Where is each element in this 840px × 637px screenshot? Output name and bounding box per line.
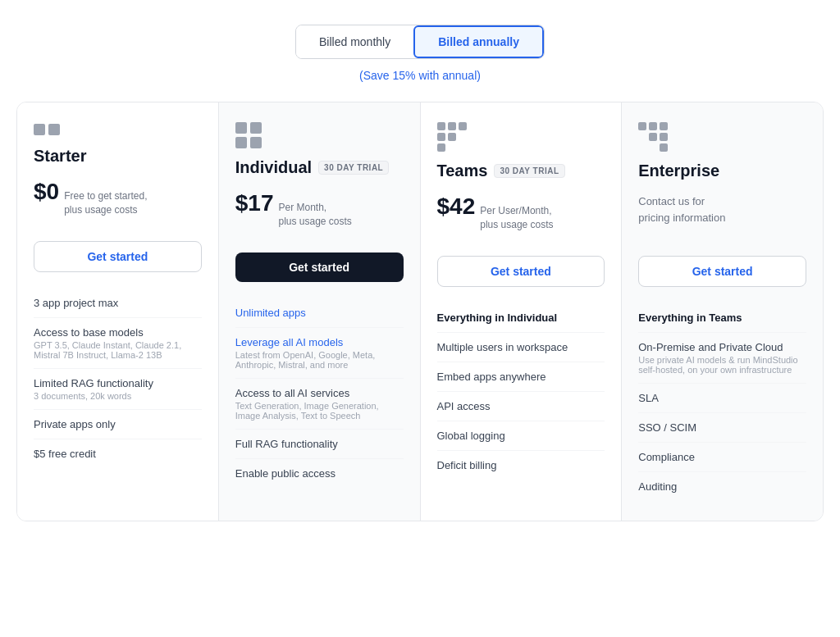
starter-get-started-button[interactable]: Get started	[34, 241, 202, 272]
starter-feature-2-sub: 3 documents, 20k words	[34, 391, 202, 401]
starter-icon	[34, 122, 63, 137]
enterprise-feature-3: SSO / SCIM	[638, 413, 806, 443]
teams-feature-5: Deficit billing	[437, 451, 605, 480]
teams-name-row: Teams30 DAY TRIAL	[437, 162, 605, 180]
starter-features-list: 3 app project maxAccess to base modelsGP…	[34, 289, 202, 468]
starter-price-desc: Free to get started,plus usage costs	[64, 189, 147, 217]
plan-card-teams: Teams30 DAY TRIAL$42Per User/Month,plus …	[421, 102, 623, 521]
starter-price-amount: $0	[34, 179, 59, 205]
teams-features-list: Everything in IndividualMultiple users i…	[437, 303, 605, 480]
enterprise-plan-name: Enterprise	[638, 162, 719, 180]
enterprise-icon	[638, 122, 668, 152]
teams-plan-name: Teams	[437, 162, 488, 180]
individual-feature-2-sub: Text Generation, Image Generation, Image…	[235, 401, 404, 421]
individual-get-started-button[interactable]: Get started	[235, 253, 404, 282]
save-text: (Save 15% with annual)	[359, 69, 481, 82]
starter-feature-4: $5 free credit	[34, 439, 202, 468]
teams-trial-badge: 30 DAY TRIAL	[494, 164, 564, 178]
starter-price-section: $0Free to get started,plus usage costs	[34, 179, 202, 228]
individual-feature-2: Access to all AI servicesText Generation…	[235, 379, 404, 430]
enterprise-feature-1-sub: Use private AI models & run MindStudio s…	[638, 355, 806, 375]
billing-monthly-button[interactable]: Billed monthly	[296, 25, 413, 58]
individual-price-desc: Per Month,plus usage costs	[278, 201, 351, 229]
plan-card-individual: Individual30 DAY TRIAL$17Per Month,plus …	[219, 102, 421, 521]
starter-name-row: Starter	[34, 147, 202, 166]
billing-toggle: Billed monthly Billed annually	[295, 25, 545, 59]
individual-icon	[235, 122, 262, 148]
enterprise-get-started-button[interactable]: Get started	[638, 256, 806, 287]
enterprise-feature-4: Compliance	[638, 443, 806, 472]
starter-feature-3: Private apps only	[34, 410, 202, 439]
plans-container: Starter$0Free to get started,plus usage …	[16, 102, 824, 521]
teams-feature-3: API access	[437, 392, 605, 421]
individual-trial-badge: 30 DAY TRIAL	[318, 161, 389, 175]
individual-feature-3: Full RAG functionality	[235, 430, 404, 459]
enterprise-feature-0: Everything in Teams	[638, 303, 806, 333]
individual-plan-name: Individual	[235, 158, 312, 177]
individual-features-list: Unlimited appsLeverage all AI modelsLate…	[235, 298, 404, 488]
teams-price-section: $42Per User/Month,plus usage costs	[437, 193, 605, 243]
enterprise-name-row: Enterprise	[638, 162, 806, 180]
enterprise-feature-5: Auditing	[638, 472, 806, 501]
teams-price-amount: $42	[437, 193, 476, 220]
billing-annually-button[interactable]: Billed annually	[413, 25, 544, 58]
enterprise-price-contact: Contact us forpricing information	[638, 193, 806, 225]
enterprise-price-section: Contact us forpricing information	[638, 193, 806, 243]
individual-price-section: $17Per Month,plus usage costs	[235, 190, 404, 239]
individual-feature-0: Unlimited apps	[235, 298, 404, 328]
teams-feature-4: Global logging	[437, 421, 605, 451]
starter-plan-name: Starter	[34, 147, 86, 166]
teams-get-started-button[interactable]: Get started	[437, 256, 605, 287]
plan-card-enterprise: EnterpriseContact us forpricing informat…	[622, 102, 823, 521]
individual-price-amount: $17	[235, 190, 274, 216]
enterprise-feature-2: SLA	[638, 384, 806, 413]
teams-feature-0: Everything in Individual	[437, 303, 605, 333]
individual-feature-1-sub: Latest from OpenAI, Google, Meta, Anthro…	[235, 350, 404, 370]
individual-name-row: Individual30 DAY TRIAL	[235, 158, 404, 177]
teams-feature-1: Multiple users in workspace	[437, 333, 605, 362]
starter-feature-0: 3 app project max	[34, 289, 202, 318]
enterprise-feature-1: On-Premise and Private CloudUse private …	[638, 333, 806, 384]
starter-feature-1: Access to base modelsGPT 3.5, Claude Ins…	[34, 318, 202, 369]
teams-icon	[437, 122, 467, 152]
teams-feature-2: Embed apps anywhere	[437, 362, 605, 392]
individual-feature-1: Leverage all AI modelsLatest from OpenAI…	[235, 328, 404, 379]
plan-card-starter: Starter$0Free to get started,plus usage …	[17, 102, 219, 521]
starter-feature-1-sub: GPT 3.5, Claude Instant, Claude 2.1, Mis…	[34, 340, 202, 360]
starter-feature-2: Limited RAG functionality3 documents, 20…	[34, 369, 202, 410]
enterprise-features-list: Everything in TeamsOn-Premise and Privat…	[638, 303, 806, 501]
individual-feature-4: Enable public access	[235, 459, 404, 488]
teams-price-desc: Per User/Month,plus usage costs	[480, 204, 553, 232]
